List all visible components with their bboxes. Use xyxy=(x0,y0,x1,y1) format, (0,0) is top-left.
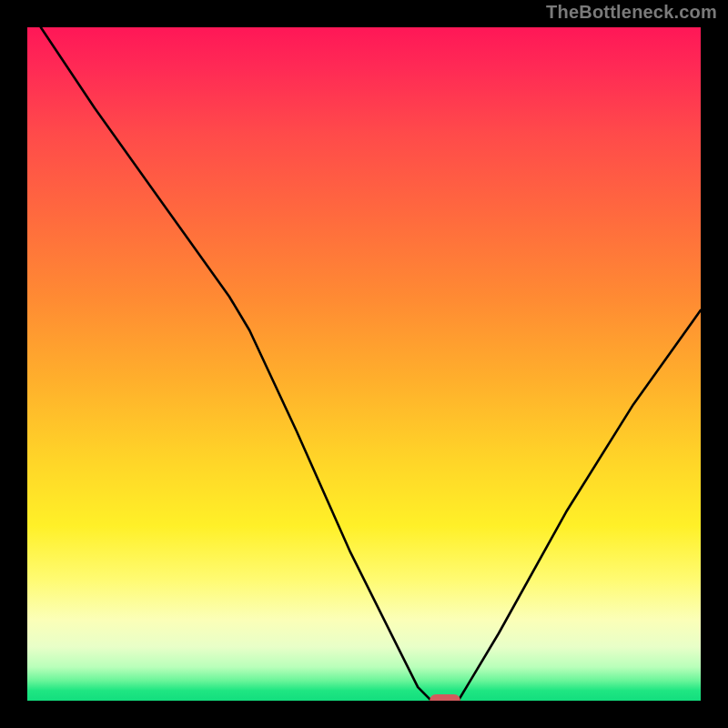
watermark-text: TheBottleneck.com xyxy=(546,2,717,23)
chart-frame: TheBottleneck.com xyxy=(0,0,728,728)
bottleneck-curve xyxy=(27,27,701,701)
optimal-point-marker xyxy=(430,694,460,701)
plot-area xyxy=(27,27,701,701)
